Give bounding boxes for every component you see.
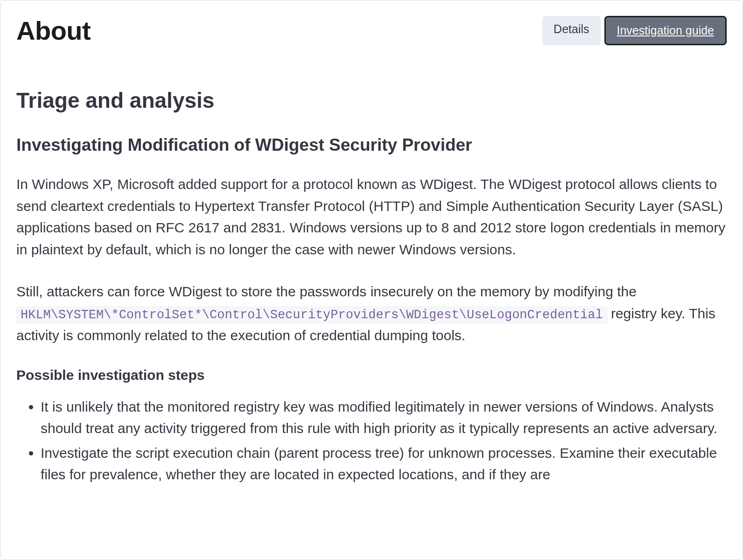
tab-investigation-guide[interactable]: Investigation guide [604,16,727,45]
registry-key-code: HKLM\SYSTEM\*ControlSet*\Control\Securit… [16,307,607,323]
section-title: Triage and analysis [16,88,727,113]
tab-details[interactable]: Details [542,16,600,45]
tab-group: Details Investigation guide [542,16,727,45]
paragraph-2-pre: Still, attackers can force WDigest to st… [16,284,637,299]
list-item: It is unlikely that the monitored regist… [41,396,727,440]
list-item: Investigate the script execution chain (… [41,442,727,486]
paragraph-2: Still, attackers can force WDigest to st… [16,281,727,347]
page-title: About [16,15,91,46]
subsection-title: Investigating Modification of WDigest Se… [16,135,727,155]
investigation-steps-list: It is unlikely that the monitored regist… [16,396,727,486]
paragraph-1: In Windows XP, Microsoft added support f… [16,174,727,260]
steps-title: Possible investigation steps [16,367,727,383]
header-row: About Details Investigation guide [16,15,727,46]
page-container: About Details Investigation guide Triage… [0,0,743,504]
